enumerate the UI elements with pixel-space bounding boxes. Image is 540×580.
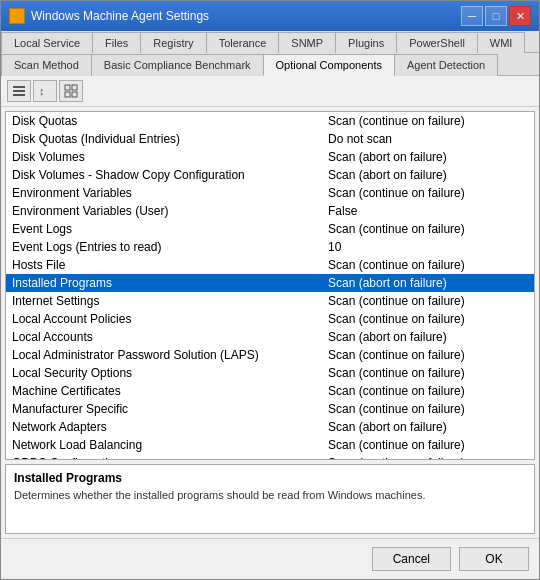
list-item-name: Event Logs (Entries to read) [12, 240, 328, 254]
tab-basic-compliance[interactable]: Basic Compliance Benchmark [91, 54, 264, 76]
window-title: Windows Machine Agent Settings [31, 9, 209, 23]
tab-powershell[interactable]: PowerShell [396, 32, 478, 53]
list-item-value: 10 [328, 240, 528, 254]
list-item-name: Event Logs [12, 222, 328, 236]
content-area: Disk QuotasScan (continue on failure)Dis… [1, 107, 539, 538]
list-item-value: False [328, 204, 528, 218]
tab-local-service[interactable]: Local Service [1, 32, 93, 53]
list-item-value: Scan (continue on failure) [328, 438, 528, 452]
tab-agent-detection[interactable]: Agent Detection [394, 54, 498, 76]
list-item[interactable]: Network AdaptersScan (abort on failure) [6, 418, 534, 436]
title-bar-left: Windows Machine Agent Settings [9, 8, 209, 24]
list-item-name: Local Accounts [12, 330, 328, 344]
list-item-value: Scan (continue on failure) [328, 294, 528, 308]
list-scroll[interactable]: Disk QuotasScan (continue on failure)Dis… [6, 112, 534, 459]
list-item-name: Local Security Options [12, 366, 328, 380]
list-item[interactable]: Installed ProgramsScan (abort on failure… [6, 274, 534, 292]
toolbar-sort-btn[interactable]: ↕ [33, 80, 57, 102]
cancel-button[interactable]: Cancel [372, 547, 451, 571]
tab-optional-components[interactable]: Optional Components [263, 54, 395, 76]
list-item[interactable]: Local AccountsScan (abort on failure) [6, 328, 534, 346]
list-item-name: Disk Volumes [12, 150, 328, 164]
list-item-name: Disk Quotas (Individual Entries) [12, 132, 328, 146]
list-item-name: Disk Quotas [12, 114, 328, 128]
list-item[interactable]: Local Security OptionsScan (continue on … [6, 364, 534, 382]
list-item[interactable]: Local Account PoliciesScan (continue on … [6, 310, 534, 328]
list-item[interactable]: Event Logs (Entries to read)10 [6, 238, 534, 256]
toolbar-list-btn[interactable] [7, 80, 31, 102]
tab-scan-method[interactable]: Scan Method [1, 54, 92, 76]
list-item[interactable]: ODBC ConfigurationScan (continue on fail… [6, 454, 534, 459]
toolbar: ↕ [1, 76, 539, 107]
svg-rect-5 [13, 90, 25, 92]
svg-rect-6 [13, 94, 25, 96]
tab-wmi[interactable]: WMI [477, 32, 526, 53]
tab-files[interactable]: Files [92, 32, 141, 53]
list-item[interactable]: Environment VariablesScan (continue on f… [6, 184, 534, 202]
app-icon [9, 8, 25, 24]
list-item-value: Scan (continue on failure) [328, 456, 528, 459]
tab-plugins[interactable]: Plugins [335, 32, 397, 53]
svg-rect-9 [72, 85, 77, 90]
list-item[interactable]: Event LogsScan (continue on failure) [6, 220, 534, 238]
list-item-value: Scan (continue on failure) [328, 222, 528, 236]
list-item-value: Scan (abort on failure) [328, 168, 528, 182]
list-item-value: Scan (abort on failure) [328, 330, 528, 344]
close-button[interactable]: ✕ [509, 6, 531, 26]
list-item-name: Local Account Policies [12, 312, 328, 326]
list-item-value: Scan (continue on failure) [328, 258, 528, 272]
svg-rect-10 [65, 92, 70, 97]
window-controls: ─ □ ✕ [461, 6, 531, 26]
svg-rect-0 [11, 10, 16, 15]
tab-tolerance[interactable]: Tolerance [206, 32, 280, 53]
list-item-name: Environment Variables [12, 186, 328, 200]
list-item[interactable]: Hosts FileScan (continue on failure) [6, 256, 534, 274]
list-item-value: Scan (continue on failure) [328, 384, 528, 398]
main-window: Windows Machine Agent Settings ─ □ ✕ Loc… [0, 0, 540, 580]
list-item[interactable]: Disk Quotas (Individual Entries)Do not s… [6, 130, 534, 148]
svg-rect-8 [65, 85, 70, 90]
list-item-name: ODBC Configuration [12, 456, 328, 459]
list-item[interactable]: Disk VolumesScan (abort on failure) [6, 148, 534, 166]
list-item-name: Network Adapters [12, 420, 328, 434]
svg-text:↕: ↕ [39, 85, 45, 97]
list-item-value: Scan (continue on failure) [328, 114, 528, 128]
list-item-value: Do not scan [328, 132, 528, 146]
description-text: Determines whether the installed program… [14, 488, 526, 503]
ok-button[interactable]: OK [459, 547, 529, 571]
list-item-value: Scan (continue on failure) [328, 312, 528, 326]
list-container: Disk QuotasScan (continue on failure)Dis… [5, 111, 535, 460]
svg-rect-2 [11, 17, 16, 22]
list-item-name: Disk Volumes - Shadow Copy Configuration [12, 168, 328, 182]
list-item-name: Environment Variables (User) [12, 204, 328, 218]
list-item[interactable]: Internet SettingsScan (continue on failu… [6, 292, 534, 310]
list-item-value: Scan (continue on failure) [328, 348, 528, 362]
toolbar-grid-btn[interactable] [59, 80, 83, 102]
list-item[interactable]: Machine CertificatesScan (continue on fa… [6, 382, 534, 400]
svg-rect-1 [18, 10, 23, 15]
tab-snmp[interactable]: SNMP [278, 32, 336, 53]
list-item-name: Hosts File [12, 258, 328, 272]
list-item-name: Manufacturer Specific [12, 402, 328, 416]
description-title: Installed Programs [14, 471, 526, 485]
maximize-button[interactable]: □ [485, 6, 507, 26]
list-item-value: Scan (abort on failure) [328, 276, 528, 290]
list-item[interactable]: Local Administrator Password Solution (L… [6, 346, 534, 364]
tab-row-1: Local Service Files Registry Tolerance S… [1, 31, 539, 53]
list-item-name: Machine Certificates [12, 384, 328, 398]
list-item-name: Local Administrator Password Solution (L… [12, 348, 328, 362]
tab-row-2: Scan Method Basic Compliance Benchmark O… [1, 53, 539, 76]
tab-registry[interactable]: Registry [140, 32, 206, 53]
list-item-value: Scan (continue on failure) [328, 366, 528, 380]
svg-rect-4 [13, 86, 25, 88]
list-item[interactable]: Network Load BalancingScan (continue on … [6, 436, 534, 454]
footer: Cancel OK [1, 538, 539, 579]
svg-rect-11 [72, 92, 77, 97]
list-item[interactable]: Manufacturer SpecificScan (continue on f… [6, 400, 534, 418]
list-item[interactable]: Disk Volumes - Shadow Copy Configuration… [6, 166, 534, 184]
minimize-button[interactable]: ─ [461, 6, 483, 26]
title-bar: Windows Machine Agent Settings ─ □ ✕ [1, 1, 539, 31]
list-item[interactable]: Environment Variables (User)False [6, 202, 534, 220]
list-item[interactable]: Disk QuotasScan (continue on failure) [6, 112, 534, 130]
svg-rect-3 [18, 17, 23, 22]
